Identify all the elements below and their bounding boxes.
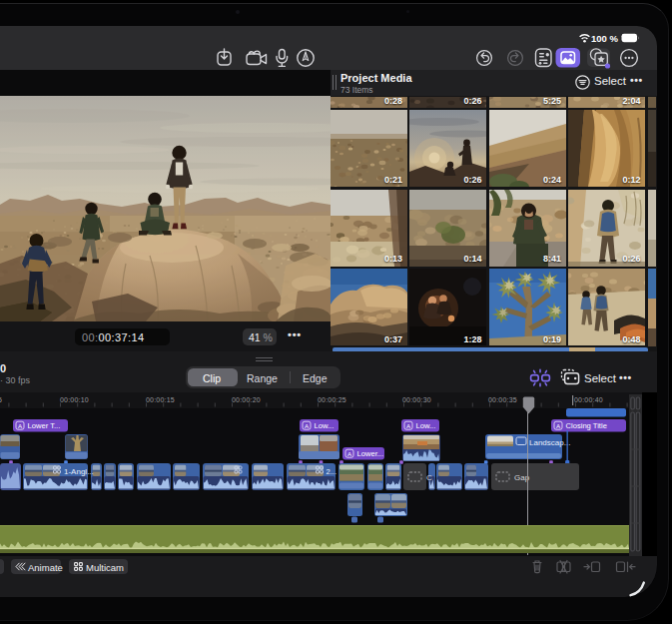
svg-text:Landscap...: Landscap... [529,438,570,447]
svg-text:C: C [426,473,432,482]
svg-text:Closing Title: Closing Title [566,421,607,430]
svg-text:Lower...: Lower... [357,449,384,458]
svg-text:1-Angl...: 1-Angl... [64,467,94,476]
svg-text:100 %: 100 % [591,33,618,44]
svg-text:Low...: Low... [416,421,436,430]
svg-text:2...: 2... [327,467,337,476]
svg-text:Lower T...: Lower T... [28,421,61,430]
svg-text:Low...: Low... [315,421,335,430]
